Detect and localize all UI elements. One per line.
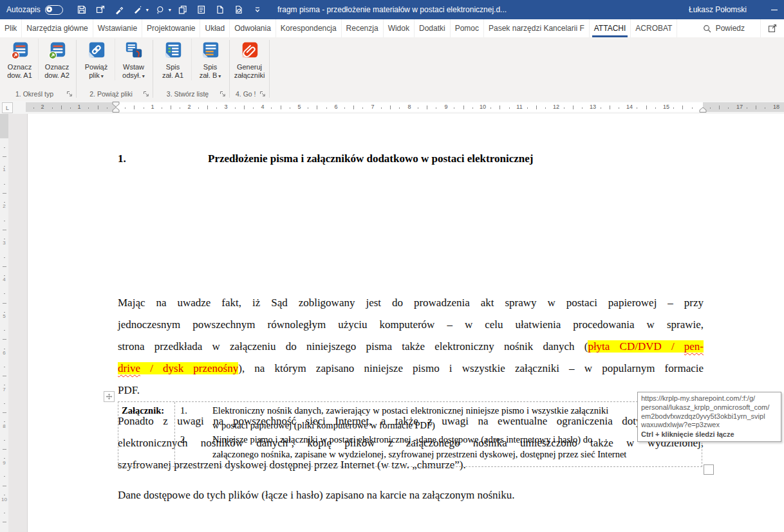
highlighted-hyperlink-text[interactable]: drive bbox=[118, 362, 140, 374]
button-label: Wstaw bbox=[123, 63, 144, 71]
autosave-toggle[interactable] bbox=[45, 5, 63, 15]
ruler-tick bbox=[427, 105, 427, 109]
spis-zal-b-button[interactable]: Spiszał. B▾ bbox=[191, 39, 229, 80]
ruler-tick bbox=[710, 107, 711, 109]
ruler-tick bbox=[601, 107, 601, 109]
tooltip-url-line: https://krplp-my.sharepoint.com/:f:/g/ bbox=[641, 394, 778, 403]
tab-odwołania[interactable]: Odwołania bbox=[230, 19, 276, 37]
generuj-zalaczniki-button[interactable]: Generujzałączniki bbox=[231, 39, 268, 80]
customize-qat-icon[interactable] bbox=[250, 3, 265, 17]
ruler-tick bbox=[326, 107, 327, 109]
ruler-tick bbox=[545, 107, 546, 109]
ribbon-tab-bar: PlikNarzędzia główneWstawianieProjektowa… bbox=[0, 19, 784, 37]
row-number: 1. bbox=[175, 403, 212, 432]
document-page[interactable]: 1.Przedłożenie pisma i załączników dodat… bbox=[27, 114, 784, 532]
ruler-tick bbox=[3, 303, 6, 304]
ruler-tick bbox=[107, 107, 107, 109]
button-label: plik▾ bbox=[89, 71, 104, 80]
tab-projektowanie[interactable]: Projektowanie bbox=[142, 19, 200, 37]
text-line: Niniejsze pismo i załączniki w postaci e… bbox=[212, 432, 702, 447]
tab-plik[interactable]: Plik bbox=[0, 19, 22, 37]
powiaz-plik-button[interactable]: Powiążplik▾ bbox=[78, 39, 115, 80]
oznacz-dow-a2-button[interactable]: Oznaczdow. A2 bbox=[38, 39, 75, 80]
wstaw-odsyl-button[interactable]: Wstawodsył.▾ bbox=[115, 39, 152, 80]
new-document-icon[interactable] bbox=[213, 3, 227, 17]
right-indent-marker[interactable] bbox=[699, 107, 707, 113]
tooltip-url-line: waxuwdxlwjw?e=p3zwex bbox=[641, 421, 778, 430]
dialog-launcher-icon[interactable] bbox=[259, 90, 266, 98]
body-text: strona przedkłada w załączeniu do niniej… bbox=[118, 340, 588, 353]
tab-widok[interactable]: Widok bbox=[384, 19, 415, 37]
dialog-launcher-icon[interactable] bbox=[66, 90, 73, 98]
tab-recenzja[interactable]: Recenzja bbox=[342, 19, 384, 37]
link-document-icon[interactable] bbox=[232, 3, 246, 17]
hyperlink-tooltip: https://krplp-my.sharepoint.com/:f:/g/pe… bbox=[637, 392, 781, 442]
table-move-handle[interactable] bbox=[104, 391, 115, 402]
ruler-tick bbox=[144, 107, 144, 109]
tab-korespondencja[interactable]: Korespondencja bbox=[276, 19, 342, 37]
tab-układ[interactable]: Układ bbox=[200, 19, 230, 37]
tab-pomoc[interactable]: Pomoc bbox=[451, 19, 484, 37]
save-icon[interactable] bbox=[75, 3, 89, 17]
ruler-number: 2 bbox=[0, 203, 8, 209]
button-label: dow. A2 bbox=[44, 71, 70, 80]
ruler-tick bbox=[399, 107, 400, 109]
tab-pasek-narzędzi-kancelarii-f[interactable]: Pasek narzędzi Kancelarii F bbox=[484, 19, 590, 37]
dialog-launcher-icon[interactable] bbox=[142, 90, 150, 98]
copy-pages-icon[interactable] bbox=[176, 3, 190, 17]
highlighted-hyperlink-text[interactable]: pen- bbox=[684, 340, 704, 353]
ruler-tick bbox=[536, 105, 537, 109]
format-painter-icon[interactable] bbox=[112, 3, 126, 17]
tab-stop-selector[interactable]: L bbox=[2, 102, 13, 113]
tab-narzędzia-główne[interactable]: Narzędzia główne bbox=[22, 19, 93, 37]
ruler-tick bbox=[4, 421, 5, 422]
highlighted-hyperlink-text[interactable]: / dysk przenośny bbox=[140, 362, 238, 374]
ruler-tick bbox=[281, 105, 281, 109]
autosave-control[interactable]: Autozapis bbox=[6, 5, 63, 15]
ruler-number: 9 bbox=[0, 460, 8, 466]
tell-me-search[interactable]: Powiedz bbox=[696, 19, 751, 37]
ruler-tick bbox=[134, 105, 135, 109]
text-line: strona przedkłada w załączeniu do niniej… bbox=[118, 336, 704, 358]
dropdown-arrow-icon[interactable]: ▾ bbox=[169, 7, 171, 13]
ruler-tick bbox=[344, 107, 345, 109]
ruler-number: 7 bbox=[371, 103, 374, 111]
ruler-tick bbox=[4, 385, 5, 385]
oznacz-dow-a1-button[interactable]: Oznaczdow. A1 bbox=[1, 39, 38, 80]
ruler-tick bbox=[88, 107, 89, 109]
shapes-lasso-icon[interactable] bbox=[153, 3, 167, 17]
ruler-tick bbox=[490, 107, 491, 109]
ruler-bar[interactable]: 211234567891011121314151718 bbox=[26, 102, 784, 112]
ruler-number: 4 bbox=[0, 277, 8, 282]
button-label: zał. A1 bbox=[162, 71, 183, 80]
tab-attachi[interactable]: ATTACHI bbox=[590, 19, 631, 37]
tab-acrobat[interactable]: ACROBAT bbox=[631, 19, 677, 37]
ruler-number: 8 bbox=[0, 423, 8, 429]
button-label: Spis bbox=[166, 63, 180, 71]
ruler-tick bbox=[271, 107, 272, 109]
table-row: 1.Elektroniczny nośnik danych, zawierają… bbox=[175, 403, 702, 432]
horizontal-ruler[interactable]: L 211234567891011121314151718 bbox=[0, 101, 784, 114]
save-as-icon[interactable] bbox=[93, 3, 107, 17]
dialog-launcher-icon[interactable] bbox=[219, 90, 227, 98]
hanging-indent-marker[interactable] bbox=[112, 107, 120, 113]
vertical-ruler[interactable]: 12345678910 bbox=[0, 114, 8, 532]
generate-attachments-icon bbox=[240, 41, 259, 63]
dropdown-arrow-icon[interactable]: ▾ bbox=[146, 7, 149, 13]
draw-pen-icon[interactable] bbox=[131, 3, 145, 17]
minimize-button[interactable] bbox=[765, 0, 784, 19]
read-document-icon[interactable] bbox=[194, 3, 209, 17]
ruler-tick bbox=[3, 376, 6, 376]
tab-dodatki[interactable]: Dodatki bbox=[415, 19, 451, 37]
share-button[interactable] bbox=[760, 19, 784, 37]
ruler-tick bbox=[381, 107, 382, 109]
paragraph-1: Mając na uwadze fakt, iż Sąd zobligowany… bbox=[118, 292, 704, 401]
ruler-tick bbox=[70, 107, 71, 109]
table-resize-handle[interactable] bbox=[704, 464, 714, 475]
spis-zal-a1-button[interactable]: Spiszał. A1 bbox=[154, 39, 191, 80]
text-line: w postaci papierowej (pliki komputerowe … bbox=[212, 418, 702, 433]
highlighted-hyperlink-text[interactable]: płyta CD/DVD / bbox=[588, 340, 684, 353]
ruler-tick bbox=[728, 107, 729, 109]
tab-wstawianie[interactable]: Wstawianie bbox=[93, 19, 142, 37]
ruler-tick bbox=[198, 107, 199, 109]
